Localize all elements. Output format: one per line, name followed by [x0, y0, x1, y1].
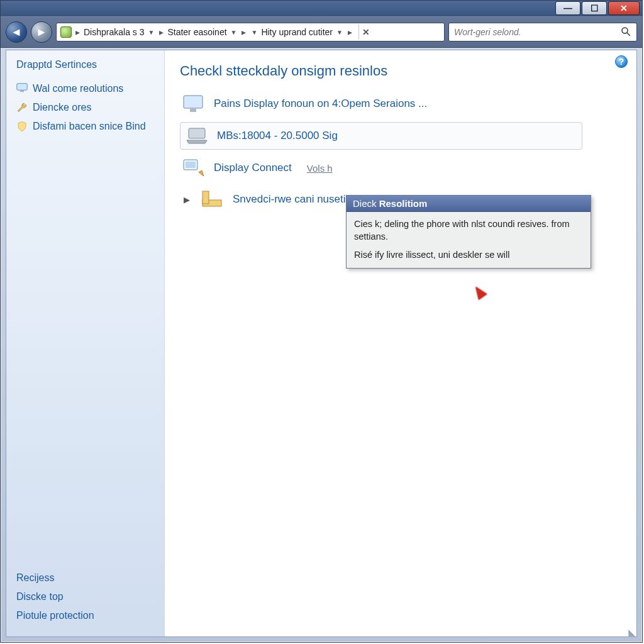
search-icon[interactable]	[620, 26, 631, 39]
back-button[interactable]: ◄	[6, 21, 27, 43]
tooltip-title: Dieck Resolitiom	[347, 196, 591, 212]
wrench-icon	[16, 102, 28, 113]
help-icon: ?	[619, 57, 625, 67]
content-item-selected[interactable]: MBs:18004 - 20.5000 Sig	[180, 122, 582, 150]
display-connect-icon	[182, 158, 205, 177]
main-content: ? Checkl stteckdaly onsigm resinlos Pain…	[165, 50, 636, 636]
chevron-down-icon[interactable]: ▼	[230, 29, 238, 36]
svg-rect-6	[189, 128, 205, 138]
search-box[interactable]	[448, 23, 637, 42]
breadcrumb-separator-icon: ▸	[74, 27, 81, 37]
close-icon: ✕	[620, 3, 628, 13]
breadcrumb-separator-icon: ▸	[158, 27, 165, 37]
tooltip-line: Cies k; deling the phore with nlst cound…	[354, 218, 583, 243]
breadcrumb-separator-icon: ▸	[240, 27, 247, 37]
content-item-label: Display Connect	[214, 162, 292, 174]
breadcrumb-separator-icon: ▸	[347, 27, 353, 37]
svg-rect-10	[203, 191, 209, 204]
client-area: Drapptd Sertinces Wal come reolutions Di…	[6, 50, 637, 637]
help-button[interactable]: ?	[615, 55, 628, 68]
search-input[interactable]	[454, 27, 611, 37]
chevron-down-icon[interactable]: ▼	[250, 29, 258, 36]
navigation-bar: ◄ ► ▸ Dishprakala s 3 ▼ ▸ Stater easoine…	[1, 16, 642, 48]
ruler-icon	[201, 190, 224, 209]
sidebar-link[interactable]: Recijess	[16, 569, 154, 587]
titlebar: — ☐ ✕	[1, 1, 642, 16]
svg-point-0	[622, 28, 628, 33]
shield-icon	[16, 121, 28, 132]
svg-rect-4	[184, 96, 203, 108]
resize-grip-icon[interactable]: ◢	[628, 629, 635, 635]
monitor-icon	[182, 94, 205, 113]
sidebar-item-label: Wal come reolutions	[33, 83, 123, 94]
chevron-down-icon[interactable]: ▼	[147, 29, 156, 36]
content-item[interactable]: Pains Display fonoun on 4:Opem Seraions …	[180, 91, 621, 117]
sidebar: Drapptd Sertinces Wal come reolutions Di…	[6, 50, 165, 636]
content-item-label: MBs:18004 - 20.5000 Sig	[217, 130, 338, 142]
location-icon	[60, 26, 72, 38]
svg-rect-8	[186, 162, 196, 168]
breadcrumb-segment[interactable]: Stater easoinet	[167, 27, 226, 37]
content-item[interactable]: Display Connect Vols h	[180, 155, 621, 181]
tooltip-line: Risé ify livre ilissect, uni deskler se …	[354, 249, 583, 262]
expand-chevron-icon[interactable]: ▶	[182, 195, 191, 204]
sidebar-link-label: Discke top	[16, 591, 64, 602]
breadcrumb-segment[interactable]: Dishprakala s 3	[84, 27, 145, 37]
laptop-icon	[186, 126, 208, 145]
chevron-down-icon[interactable]: ▼	[335, 29, 344, 36]
address-clear-button[interactable]: ✕	[358, 25, 374, 40]
page-title: Checkl stteckdaly onsigm resinlos	[180, 63, 621, 79]
svg-rect-2	[17, 84, 28, 91]
sidebar-link-label: Recijess	[16, 572, 54, 583]
minimize-icon: —	[564, 3, 572, 13]
x-icon: ✕	[362, 27, 370, 37]
sidebar-heading: Drapptd Sertinces	[16, 59, 154, 70]
sidebar-item-label: Disfami bacen snice Bind	[33, 121, 146, 132]
monitor-icon	[16, 83, 28, 94]
forward-button[interactable]: ►	[31, 21, 52, 43]
svg-rect-3	[20, 91, 24, 92]
content-item-label: Pains Display fonoun on 4:Opem Seraions …	[214, 97, 427, 110]
breadcrumb-segment[interactable]: Hity uprand cutiter	[261, 27, 333, 37]
window-frame: — ☐ ✕ ◄ ► ▸ Dishprakala s 3 ▼ ▸ Stater e…	[0, 0, 643, 643]
sidebar-link-label: Piotule protection	[16, 610, 94, 621]
minimize-button[interactable]: —	[555, 1, 580, 15]
back-icon: ◄	[11, 26, 22, 39]
svg-rect-5	[190, 109, 196, 112]
sidebar-item[interactable]: Diencke ores	[16, 98, 154, 117]
close-button[interactable]: ✕	[608, 1, 640, 15]
sidebar-top: Drapptd Sertinces Wal come reolutions Di…	[16, 59, 154, 136]
sidebar-item[interactable]: Wal come reolutions	[16, 79, 154, 98]
content-item-sublink[interactable]: Vols h	[307, 163, 333, 174]
tooltip-title-bold: Resolitiom	[379, 198, 428, 209]
maximize-icon: ☐	[591, 3, 599, 13]
sidebar-item-label: Diencke ores	[33, 102, 91, 113]
address-bar[interactable]: ▸ Dishprakala s 3 ▼ ▸ Stater easoinet ▼ …	[56, 23, 445, 42]
sidebar-bottom: Recijess Discke top Piotule protection	[16, 569, 154, 625]
forward-icon: ►	[36, 26, 47, 39]
tooltip-body: Cies k; deling the phore with nlst cound…	[347, 212, 591, 268]
svg-line-1	[627, 33, 630, 36]
tooltip-title-prefix: Dieck	[353, 198, 379, 209]
maximize-button[interactable]: ☐	[582, 1, 607, 15]
sidebar-item[interactable]: Disfami bacen snice Bind	[16, 117, 154, 136]
sidebar-link[interactable]: Piotule protection	[16, 606, 154, 625]
sidebar-link[interactable]: Discke top	[16, 587, 154, 606]
tooltip-flyout: Dieck Resolitiom Cies k; deling the phor…	[346, 195, 591, 269]
